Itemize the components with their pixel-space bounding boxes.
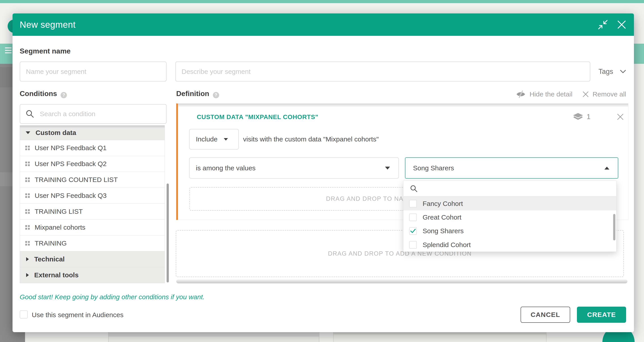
eye-slash-icon — [516, 90, 526, 98]
checkbox-checked[interactable] — [409, 227, 417, 235]
operator-select[interactable]: is among the values — [189, 157, 399, 179]
dropdown-option[interactable]: Splendid Cohort — [404, 238, 616, 252]
stack-count: 1 — [586, 113, 590, 121]
chevron-collapsed-icon — [26, 257, 29, 261]
condition-group-external-tools[interactable]: External tools — [20, 267, 164, 283]
dropdown-option[interactable]: Song Sharers — [404, 224, 616, 238]
condition-item[interactable]: User NPS Feedback Q2 — [20, 156, 164, 172]
condition-sentence: visits with the custom data "Mixpanel co… — [243, 129, 379, 150]
layers-icon — [573, 113, 583, 121]
tags-dropdown[interactable]: Tags — [598, 62, 626, 82]
chevron-collapsed-icon — [26, 273, 29, 277]
condition-item[interactable]: Mixpanel cohorts — [20, 220, 164, 235]
cancel-button[interactable]: CANCEL — [520, 307, 570, 323]
condition-item[interactable]: TRAINING — [20, 235, 164, 251]
dropdown-search-input[interactable] — [422, 185, 616, 193]
condition-group-custom-data[interactable]: Custom data — [20, 126, 164, 140]
new-segment-modal: New segment Segment name Tags Conditions — [12, 14, 634, 332]
help-icon[interactable]: ? — [213, 92, 219, 98]
dropdown-scrollbar[interactable] — [613, 214, 616, 240]
drag-handle-icon — [25, 177, 30, 182]
create-button[interactable]: CREATE — [577, 307, 626, 323]
include-select[interactable]: Include — [189, 129, 239, 150]
checkbox-unchecked[interactable] — [409, 200, 417, 207]
hide-detail-button[interactable]: Hide the detail — [516, 90, 572, 98]
dropdown-search — [404, 181, 616, 197]
drag-handle-icon — [25, 146, 30, 150]
values-dropdown-panel: Fancy Cohort Great Cohort Song Sharers S… — [403, 181, 616, 252]
drag-handle-icon — [25, 225, 30, 230]
help-icon[interactable]: ? — [60, 92, 67, 98]
dropdown-option[interactable]: Great Cohort — [404, 210, 616, 224]
conditions-list: Custom data User NPS Feedback Q1 User NP… — [20, 125, 165, 283]
segment-name-input[interactable] — [20, 62, 166, 82]
collapse-icon[interactable] — [598, 20, 608, 30]
conditions-title: Conditions — [20, 90, 57, 98]
drag-handle-icon — [25, 241, 30, 245]
chevron-down-icon — [620, 70, 626, 74]
definition-tools: Hide the detail Remove all — [516, 90, 626, 98]
x-icon — [582, 91, 589, 98]
dropdown-option[interactable]: Fancy Cohort — [404, 197, 616, 210]
remove-condition-icon[interactable] — [616, 113, 624, 121]
top-strip — [0, 0, 644, 3]
modal-header: New segment — [12, 14, 634, 36]
drag-handle-icon — [25, 193, 30, 198]
condition-item[interactable]: TRAINING COUNTED LIST — [20, 172, 164, 188]
close-icon[interactable] — [616, 20, 627, 30]
checkbox-unchecked[interactable] — [409, 213, 417, 221]
condition-card-title: CUSTOM DATA "MIXPANEL COHORTS" — [197, 114, 318, 121]
check-icon — [410, 228, 416, 233]
tags-label: Tags — [598, 68, 613, 76]
condition-item[interactable]: TRAINING LIST — [20, 204, 164, 220]
chevron-expanded-icon — [26, 131, 30, 134]
definition-title: Definition — [176, 90, 209, 98]
conditions-scrollbar[interactable] — [166, 184, 169, 282]
caret-down-icon — [385, 167, 390, 169]
conditions-header: Conditions? — [20, 90, 67, 98]
checkbox-unchecked[interactable] — [409, 241, 417, 249]
segment-name-label: Segment name — [20, 47, 71, 55]
drag-handle-icon — [25, 209, 30, 214]
values-select[interactable]: Song Sharers — [405, 157, 618, 179]
modal-title: New segment — [20, 20, 76, 30]
remove-all-button[interactable]: Remove all — [582, 90, 626, 98]
condition-group-technical[interactable]: Technical — [20, 251, 164, 267]
definition-header: Definition? — [176, 90, 219, 98]
menu-icon[interactable] — [5, 48, 12, 55]
horizontal-scrollbar[interactable] — [176, 279, 628, 283]
search-icon — [26, 109, 34, 118]
caret-up-icon — [604, 167, 609, 169]
background-panel — [108, 332, 319, 342]
condition-search — [20, 104, 166, 124]
search-icon — [410, 185, 418, 193]
background-panel — [333, 332, 546, 342]
caret-down-icon — [224, 138, 228, 140]
condition-item[interactable]: User NPS Feedback Q1 — [20, 140, 164, 156]
drag-handle-icon — [25, 162, 30, 166]
audiences-checkbox-label: Use this segment in Audiences — [32, 311, 124, 319]
segment-description-input[interactable] — [175, 62, 590, 82]
builder-hint: Good start! Keep going by adding other c… — [20, 293, 204, 301]
condition-item[interactable]: User NPS Feedback Q3 — [20, 188, 164, 204]
condition-search-input[interactable] — [39, 110, 161, 118]
audiences-checkbox[interactable] — [20, 310, 28, 318]
